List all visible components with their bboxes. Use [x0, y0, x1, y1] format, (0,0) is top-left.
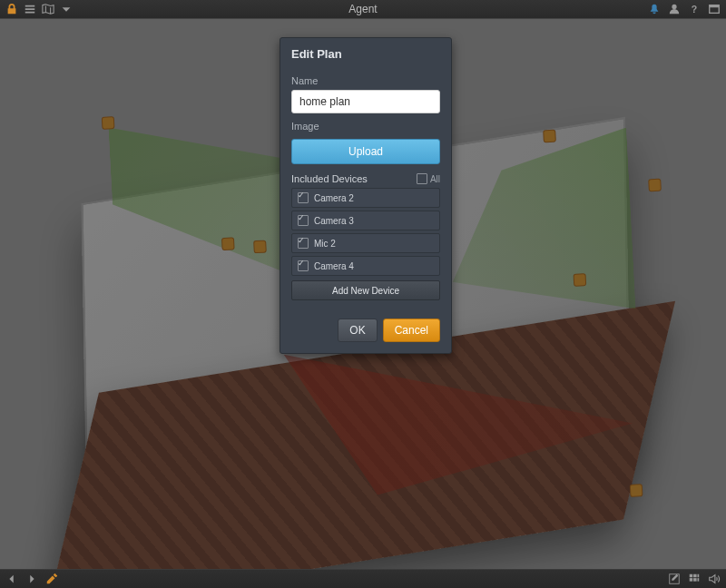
device-label: Camera 3 [314, 216, 354, 226]
forward-arrow-icon[interactable] [25, 573, 38, 585]
window-title: Agent [0, 3, 726, 15]
floorplan-canvas[interactable]: Edit Plan Name Image Upload Included Dev… [0, 19, 726, 570]
device-row[interactable]: Mic 2 [291, 233, 440, 253]
bottom-toolbar [0, 569, 726, 588]
svg-rect-2 [710, 5, 720, 8]
grid-icon[interactable] [688, 573, 701, 585]
map-icon[interactable] [42, 3, 54, 15]
svg-rect-6 [698, 574, 700, 578]
name-label: Name [291, 75, 440, 86]
device-row[interactable]: Camera 4 [291, 256, 440, 276]
image-label: Image [291, 121, 440, 132]
add-device-button[interactable]: Add New Device [291, 280, 440, 300]
device-row[interactable]: Camera 3 [291, 211, 440, 230]
top-toolbar: Agent ? [0, 0, 726, 19]
svg-rect-8 [693, 578, 697, 582]
device-row[interactable]: Camera 2 [291, 188, 440, 208]
svg-rect-7 [690, 578, 693, 582]
upload-button[interactable]: Upload [291, 139, 440, 164]
checkbox-icon [417, 173, 427, 184]
edit-plan-dialog: Edit Plan Name Image Upload Included Dev… [280, 37, 452, 354]
plan-name-input[interactable] [291, 90, 440, 113]
back-arrow-icon[interactable] [5, 573, 18, 585]
lock-icon[interactable] [5, 3, 18, 15]
list-icon[interactable] [24, 3, 36, 15]
checkbox-icon [298, 260, 309, 271]
checkbox-icon [298, 238, 309, 249]
checkbox-icon [298, 192, 309, 203]
device-label: Camera 4 [314, 261, 354, 271]
svg-rect-5 [693, 574, 697, 578]
included-devices-label: Included Devices [291, 173, 368, 184]
dialog-title: Edit Plan [280, 38, 451, 68]
window-icon[interactable] [708, 3, 721, 15]
compose-icon[interactable] [668, 573, 681, 585]
select-all-checkbox[interactable]: All [417, 173, 440, 184]
device-label: Mic 2 [314, 239, 336, 249]
svg-rect-9 [698, 578, 700, 582]
edit-icon[interactable] [45, 573, 58, 585]
svg-rect-4 [690, 574, 693, 578]
bell-icon[interactable] [648, 3, 661, 15]
device-label: Camera 2 [314, 193, 354, 203]
svg-text:?: ? [692, 4, 697, 15]
speaker-icon[interactable] [708, 573, 721, 585]
ok-button[interactable]: OK [338, 318, 377, 342]
all-label: All [430, 174, 440, 184]
cancel-button[interactable]: Cancel [383, 318, 440, 342]
checkbox-icon [298, 215, 309, 226]
chevron-down-icon[interactable] [60, 3, 73, 15]
user-icon[interactable] [668, 3, 681, 15]
app-window: Agent ? Edit Plan [0, 0, 726, 588]
help-icon[interactable]: ? [688, 3, 701, 15]
